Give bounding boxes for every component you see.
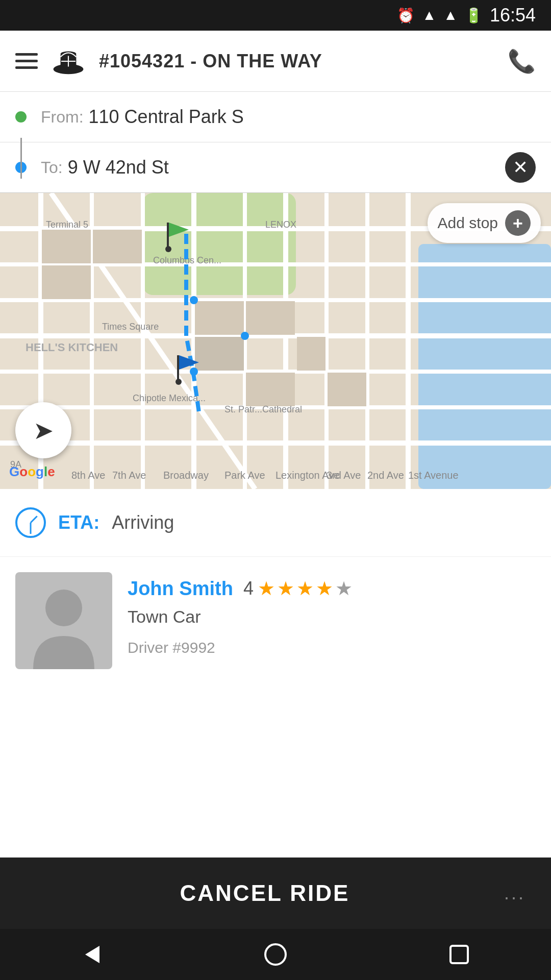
star-1: ★: [258, 577, 275, 600]
svg-rect-57: [177, 355, 179, 382]
main-content: #1054321 - ON THE WAY 📞 From: 110 Centra…: [0, 31, 551, 980]
svg-text:Broadway: Broadway: [163, 470, 209, 481]
from-label: From:: [41, 108, 84, 127]
wifi-icon: ▲: [422, 7, 436, 23]
address-panel: From: 110 Central Park S To: 9 W 42nd St…: [0, 92, 551, 193]
eta-section: ETA: Arriving: [0, 489, 551, 557]
svg-point-52: [241, 332, 249, 340]
svg-rect-29: [246, 301, 295, 335]
add-stop-label: Add stop: [438, 214, 498, 232]
svg-rect-54: [167, 223, 169, 249]
from-address-row: From: 110 Central Park S: [0, 92, 551, 142]
connector-line: [20, 138, 22, 179]
driver-section: John Smith 4 ★ ★ ★ ★ ★ Town Car Driver #…: [0, 557, 551, 857]
map-view[interactable]: Terminal 5 Times Square Columbus Cen... …: [0, 193, 551, 489]
more-options-icon[interactable]: ...: [504, 883, 525, 904]
star-5: ★: [335, 577, 353, 600]
svg-rect-25: [42, 230, 91, 263]
svg-text:8th Ave: 8th Ave: [71, 470, 105, 481]
svg-rect-28: [195, 301, 244, 335]
svg-text:Times Square: Times Square: [102, 322, 159, 332]
clear-destination-button[interactable]: ✕: [505, 152, 536, 183]
driver-rating: 4 ★ ★ ★ ★ ★: [243, 577, 353, 600]
svg-text:1st Avenue: 1st Avenue: [408, 470, 459, 481]
destination-pin: [168, 351, 204, 389]
driver-info: John Smith 4 ★ ★ ★ ★ ★ Town Car Driver #…: [128, 572, 536, 656]
app-logo: [48, 41, 89, 82]
plus-icon: +: [505, 210, 531, 236]
svg-text:7th Ave: 7th Ave: [112, 470, 146, 481]
driver-name-row: John Smith 4 ★ ★ ★ ★ ★: [128, 577, 536, 600]
eta-value: Arriving: [112, 512, 174, 533]
star-4: ★: [316, 577, 333, 600]
star-2: ★: [277, 577, 294, 600]
add-stop-button[interactable]: Add stop +: [428, 203, 541, 243]
close-icon: ✕: [513, 158, 528, 177]
clock-hand-hour: [30, 516, 38, 523]
svg-rect-62: [450, 946, 468, 963]
from-dot: [15, 111, 27, 122]
alarm-icon: ⏰: [397, 7, 415, 24]
home-button[interactable]: [263, 942, 288, 967]
signal-icon: ▲: [443, 7, 458, 23]
to-address: 9 W 42nd St: [68, 157, 169, 178]
svg-text:HELL'S KITCHEN: HELL'S KITCHEN: [26, 341, 118, 354]
logo-svg: [51, 43, 86, 79]
clock-icon: [15, 507, 46, 538]
svg-marker-60: [85, 946, 99, 963]
svg-marker-55: [169, 223, 189, 237]
status-bar: ⏰ ▲ ▲ 🔋 16:54: [0, 0, 551, 31]
svg-rect-27: [42, 265, 91, 299]
google-logo: Google: [9, 464, 55, 480]
driver-number: Driver #9992: [128, 639, 536, 656]
eta-label: ETA:: [58, 512, 99, 533]
driver-silhouette: [28, 587, 99, 669]
menu-button[interactable]: [15, 53, 38, 69]
svg-point-61: [265, 944, 286, 965]
cancel-ride-button[interactable]: CANCEL RIDE ...: [0, 857, 551, 929]
recents-button[interactable]: [446, 942, 472, 967]
driver-name: John Smith: [128, 578, 233, 600]
svg-text:St. Patr...Cathedral: St. Patr...Cathedral: [224, 404, 302, 414]
svg-text:2nd Ave: 2nd Ave: [367, 470, 404, 481]
app-header: #1054321 - ON THE WAY 📞: [0, 31, 551, 92]
driver-vehicle: Town Car: [128, 607, 536, 627]
compass-icon: ➤: [33, 416, 54, 445]
svg-point-59: [45, 590, 82, 626]
header-title: #1054321 - ON THE WAY: [99, 51, 322, 72]
battery-icon: 🔋: [465, 7, 483, 24]
svg-marker-58: [179, 355, 199, 370]
status-time: 16:54: [490, 5, 536, 26]
navigate-button[interactable]: ➤: [15, 402, 71, 458]
origin-pin: [158, 218, 194, 256]
star-3: ★: [296, 577, 314, 600]
bottom-navigation: [0, 929, 551, 980]
svg-text:Terminal 5: Terminal 5: [46, 219, 88, 230]
svg-text:3rd Ave: 3rd Ave: [327, 470, 361, 481]
svg-point-50: [190, 296, 198, 304]
svg-rect-31: [246, 373, 295, 406]
svg-rect-33: [328, 373, 366, 406]
svg-text:Park Ave: Park Ave: [224, 470, 265, 481]
cancel-label: CANCEL RIDE: [26, 880, 504, 906]
svg-rect-26: [93, 230, 142, 263]
to-address-row: To: 9 W 42nd St ✕: [0, 142, 551, 192]
svg-text:LENOX: LENOX: [265, 219, 296, 230]
svg-rect-7: [418, 244, 551, 489]
stars-container: ★ ★ ★ ★ ★: [258, 577, 353, 600]
from-address: 110 Central Park S: [89, 106, 244, 128]
to-label: To:: [41, 158, 63, 177]
header-left: #1054321 - ON THE WAY: [15, 41, 322, 82]
clock-hand-minute: [30, 523, 32, 534]
back-button[interactable]: [79, 942, 105, 967]
phone-button[interactable]: 📞: [508, 48, 536, 75]
svg-rect-32: [297, 337, 325, 371]
rating-number: 4: [243, 578, 254, 599]
status-icons: ⏰ ▲ ▲ 🔋 16:54: [397, 5, 536, 26]
driver-photo: [15, 572, 112, 669]
